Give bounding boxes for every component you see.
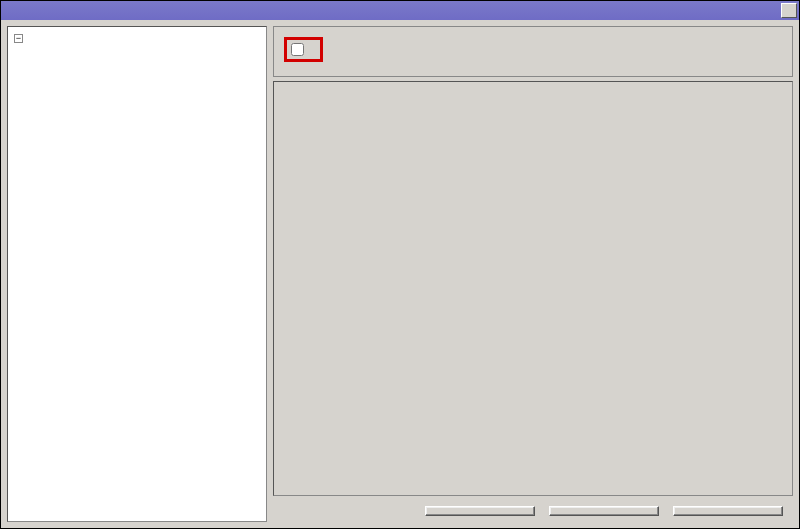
description-panel (273, 81, 793, 496)
tree-root[interactable]: − (10, 31, 264, 44)
tpm-security-checkbox[interactable] (291, 43, 304, 56)
apply-button[interactable] (549, 506, 659, 516)
tpm-groupbox (273, 26, 793, 77)
footer-buttons (273, 500, 793, 522)
minus-icon[interactable]: − (14, 34, 23, 43)
load-defaults-button[interactable] (425, 506, 535, 516)
bios-window: − (0, 0, 800, 529)
highlight-box (284, 37, 323, 62)
exit-button[interactable] (673, 506, 783, 516)
titlebar (1, 1, 799, 20)
tpm-security-checkbox-row[interactable] (291, 43, 310, 56)
content-area: − (1, 20, 799, 528)
settings-tree: − (7, 26, 267, 522)
close-button[interactable] (781, 3, 797, 18)
main-panel (273, 26, 793, 522)
